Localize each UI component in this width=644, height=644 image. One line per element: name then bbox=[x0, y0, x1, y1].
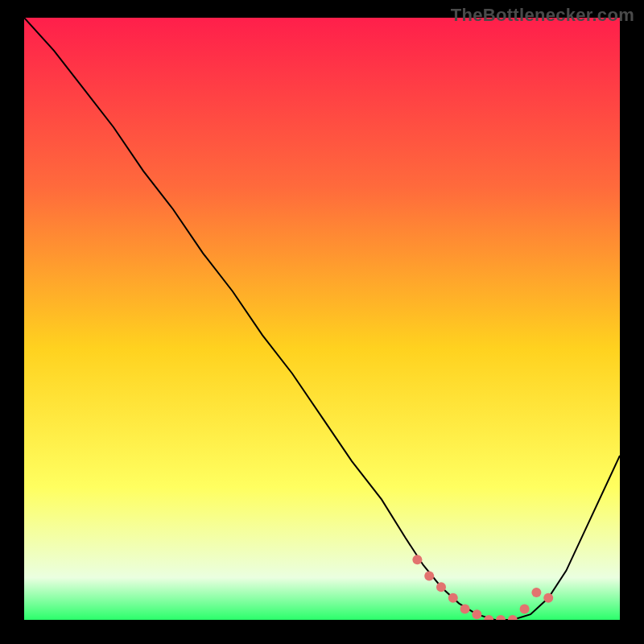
optimal-dot bbox=[448, 593, 458, 603]
optimal-dot bbox=[472, 609, 481, 619]
gradient-background bbox=[24, 18, 620, 620]
chart-frame: TheBottlenecker.com bbox=[0, 0, 644, 644]
optimal-dot bbox=[436, 582, 446, 592]
optimal-dot bbox=[531, 588, 541, 597]
bottleneck-chart bbox=[24, 18, 620, 620]
optimal-dot bbox=[460, 604, 470, 613]
optimal-dot bbox=[543, 593, 553, 603]
plot-area bbox=[24, 18, 620, 620]
optimal-dot bbox=[412, 555, 422, 564]
optimal-dot bbox=[520, 604, 530, 613]
optimal-dot bbox=[424, 572, 434, 581]
watermark-text: TheBottlenecker.com bbox=[451, 5, 634, 26]
